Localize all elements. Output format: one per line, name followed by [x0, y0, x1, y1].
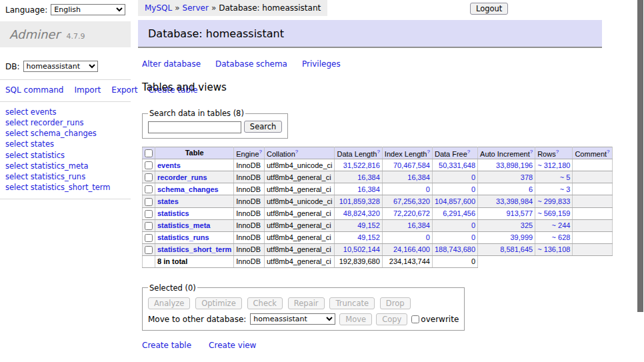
- sidebar-item-select-statistics-runs[interactable]: select statistics_runs: [5, 171, 131, 182]
- truncate-button[interactable]: Truncate: [329, 297, 375, 309]
- row-checkbox[interactable]: [145, 185, 153, 193]
- column-help-link[interactable]: ?: [467, 149, 470, 155]
- cell-value-link[interactable]: ~ 569,159: [537, 209, 570, 217]
- cell-value-link[interactable]: 0: [471, 221, 475, 229]
- search-button[interactable]: Search: [244, 121, 283, 133]
- cell-value-link[interactable]: 67,256,320: [393, 197, 430, 205]
- cell-value-link[interactable]: 16,384: [407, 221, 430, 229]
- column-help-link[interactable]: ?: [377, 149, 379, 155]
- move-database-select[interactable]: homeassistant: [250, 313, 335, 325]
- cell-value-link[interactable]: 72,220,672: [393, 209, 430, 217]
- repair-button[interactable]: Repair: [288, 297, 325, 309]
- cell-value-link[interactable]: 24,166,400: [393, 245, 430, 253]
- cell-value-link[interactable]: 0: [471, 233, 475, 241]
- table-name-link[interactable]: events: [157, 161, 181, 169]
- cell-value-link[interactable]: 0: [471, 185, 475, 193]
- cell-value-link[interactable]: 101,859,328: [339, 197, 380, 205]
- drop-button[interactable]: Drop: [380, 297, 411, 309]
- cell-value-link[interactable]: 70,467,584: [393, 161, 430, 169]
- vertical-scrollbar[interactable]: [637, 0, 643, 362]
- cell-value-link[interactable]: ~ 3: [560, 185, 571, 193]
- sidebar-item-select-states[interactable]: select states: [5, 139, 131, 149]
- cell-value-link[interactable]: 104,857,600: [435, 197, 475, 205]
- cell-value-link[interactable]: 49,152: [357, 221, 380, 229]
- cell-value-link[interactable]: ~ 5: [560, 173, 571, 181]
- cell-value-link[interactable]: 913,577: [506, 209, 533, 217]
- column-help-link[interactable]: ?: [427, 149, 429, 155]
- breadcrumb-mysql-link[interactable]: MySQL: [145, 3, 172, 13]
- table-name-link[interactable]: statistics_meta: [157, 221, 211, 229]
- search-input[interactable]: [148, 121, 241, 133]
- breadcrumb-server-link[interactable]: Server: [183, 3, 209, 13]
- cell-value-link[interactable]: 48,824,320: [343, 209, 380, 217]
- cell-value-link[interactable]: 0: [471, 173, 475, 181]
- row-checkbox[interactable]: [145, 246, 153, 254]
- row-checkbox[interactable]: [145, 234, 153, 242]
- cell-value-link[interactable]: 188,743,680: [435, 245, 475, 253]
- column-help-link[interactable]: ?: [530, 149, 533, 155]
- cell-value-link[interactable]: ~ 244: [552, 221, 571, 229]
- sidebar-item-select-statistics[interactable]: select statistics: [5, 150, 131, 161]
- cell-value-link[interactable]: 8,581,645: [500, 245, 533, 253]
- optimize-button[interactable]: Optimize: [195, 297, 242, 309]
- table-name-link[interactable]: statistics_runs: [157, 233, 209, 241]
- cell-value-link[interactable]: ~ 312,180: [537, 161, 570, 169]
- privileges-link[interactable]: Privileges: [302, 59, 341, 69]
- export-link[interactable]: Export: [111, 85, 137, 95]
- logout-button[interactable]: Logout: [470, 3, 508, 15]
- table-name-link[interactable]: states: [157, 197, 179, 205]
- cell-value-link[interactable]: 6: [529, 185, 533, 193]
- cell-value-link[interactable]: 16,384: [407, 173, 430, 181]
- create-view-link[interactable]: Create view: [209, 341, 256, 350]
- copy-button[interactable]: Copy: [376, 313, 407, 325]
- language-select[interactable]: English: [51, 4, 125, 15]
- cell-value-link[interactable]: 6,291,456: [443, 209, 475, 217]
- cell-value-link[interactable]: 50,331,648: [439, 161, 475, 169]
- cell-value-link[interactable]: 16,384: [357, 185, 380, 193]
- cell-value-link[interactable]: 0: [426, 185, 430, 193]
- cell-value-link[interactable]: 325: [521, 221, 533, 229]
- column-help-link[interactable]: ?: [607, 149, 609, 155]
- row-checkbox[interactable]: [145, 173, 153, 181]
- table-name-link[interactable]: schema_changes: [157, 185, 219, 193]
- table-name-link[interactable]: recorder_runs: [157, 173, 207, 181]
- db-select[interactable]: homeassistant: [23, 61, 98, 72]
- column-help-link[interactable]: ?: [295, 149, 298, 155]
- column-help-link[interactable]: ?: [556, 149, 559, 155]
- cell-value-link[interactable]: 31,522,816: [343, 161, 380, 169]
- check-button[interactable]: Check: [247, 297, 283, 309]
- analyze-button[interactable]: Analyze: [148, 297, 190, 309]
- cell-value-link[interactable]: ~ 299,833: [537, 197, 570, 205]
- cell-value-link[interactable]: 49,152: [357, 233, 380, 241]
- cell-value-link[interactable]: 33,898,196: [496, 161, 533, 169]
- cell-value-link[interactable]: 0: [426, 233, 430, 241]
- cell-value-link[interactable]: 33,398,984: [496, 197, 533, 205]
- cell-value-link[interactable]: 39,999: [511, 233, 533, 241]
- table-name-link[interactable]: statistics_short_term: [157, 245, 231, 253]
- row-checkbox[interactable]: [145, 210, 153, 218]
- sidebar-item-select-statistics-meta[interactable]: select statistics_meta: [5, 161, 131, 171]
- table-name-link[interactable]: statistics: [157, 209, 189, 217]
- import-link[interactable]: Import: [74, 85, 101, 95]
- alter-database-link[interactable]: Alter database: [142, 59, 201, 69]
- row-checkbox[interactable]: [145, 161, 153, 169]
- cell-value-link[interactable]: ~ 136,108: [537, 245, 570, 253]
- cell-value-link[interactable]: 16,384: [357, 173, 380, 181]
- move-button[interactable]: Move: [339, 313, 372, 325]
- column-help-link[interactable]: ?: [259, 149, 262, 155]
- select-all-checkbox[interactable]: [145, 149, 153, 157]
- create-table-link-main[interactable]: Create table: [142, 341, 191, 350]
- sidebar-item-select-events[interactable]: select events: [5, 107, 131, 117]
- cell-value-link[interactable]: 10,502,144: [343, 245, 380, 253]
- sidebar-item-select-schema-changes[interactable]: select schema_changes: [5, 128, 131, 139]
- database-schema-link[interactable]: Database schema: [215, 59, 287, 69]
- sidebar-item-select-statistics-short-term[interactable]: select statistics_short_term: [5, 182, 131, 193]
- row-checkbox[interactable]: [145, 198, 153, 206]
- sql-command-link[interactable]: SQL command: [5, 85, 63, 95]
- cell-value-link[interactable]: 378: [521, 173, 533, 181]
- scrollbar-thumb[interactable]: [637, 0, 643, 312]
- sidebar-item-select-recorder-runs[interactable]: select recorder_runs: [5, 117, 131, 128]
- overwrite-checkbox[interactable]: [411, 315, 419, 323]
- cell-value-link[interactable]: ~ 628: [552, 233, 571, 241]
- row-checkbox[interactable]: [145, 222, 153, 230]
